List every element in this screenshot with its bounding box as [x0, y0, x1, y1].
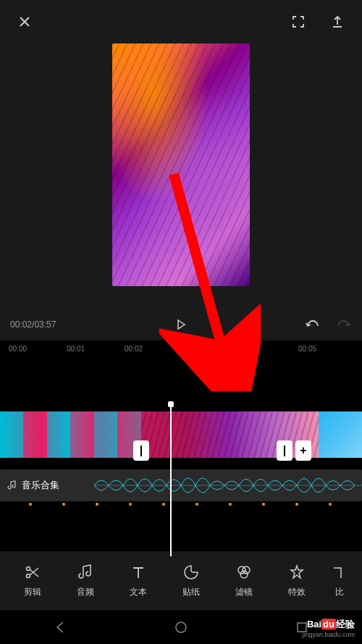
playhead[interactable] [170, 404, 172, 556]
tool-label: 文本 [130, 586, 147, 598]
tool-bar: 剪辑 音频 文本 贴纸 滤镜 特效 比 [0, 551, 362, 609]
trim-handle-right[interactable]: | [133, 440, 149, 461]
export-button[interactable] [329, 13, 346, 30]
video-clip[interactable]: | + [141, 411, 319, 458]
tool-sticker[interactable]: 贴纸 [170, 563, 212, 598]
scissors-icon [23, 563, 42, 582]
star-icon [287, 563, 306, 582]
text-icon [129, 563, 148, 582]
tool-text[interactable]: 文本 [117, 563, 159, 598]
time-display: 00:02/03:57 [10, 319, 56, 330]
ruler-tick: 00:02 [125, 345, 143, 353]
crop-icon [330, 563, 349, 582]
close-button[interactable] [16, 13, 33, 30]
ruler-tick: 00:04 [240, 345, 258, 353]
tool-label: 滤镜 [235, 586, 253, 598]
music-note-icon [76, 563, 95, 582]
svg-point-4 [243, 566, 250, 574]
audio-label: 音乐合集 [0, 479, 67, 492]
ruler-tick: 00:01 [67, 345, 85, 353]
ruler-tick: 00:00 [9, 345, 27, 353]
tool-effects[interactable]: 特效 [276, 563, 318, 598]
preview-video[interactable] [112, 43, 250, 286]
tool-label: 特效 [288, 586, 306, 598]
ruler-tick: 00:05 [298, 345, 316, 353]
playback-controls: 00:02/03:57 [0, 308, 362, 340]
svg-point-6 [176, 622, 186, 632]
tool-label: 音频 [77, 586, 94, 598]
tool-filter[interactable]: 滤镜 [223, 563, 265, 598]
video-clip[interactable]: | [0, 411, 141, 458]
tool-label: 贴纸 [182, 586, 200, 598]
trim-handle-left[interactable]: | [277, 440, 292, 461]
tool-label: 比 [335, 586, 344, 598]
undo-button[interactable] [304, 316, 321, 333]
preview-area [0, 43, 362, 308]
play-button[interactable] [172, 316, 190, 333]
add-clip-button[interactable]: + [295, 440, 311, 461]
video-track[interactable]: | | + [0, 411, 362, 458]
music-note-icon [7, 480, 17, 490]
tool-ratio[interactable]: 比 [329, 563, 350, 598]
sticker-icon [182, 563, 201, 582]
video-clip[interactable] [319, 411, 362, 458]
fullscreen-button[interactable] [290, 13, 307, 30]
redo-button[interactable] [334, 316, 352, 333]
nav-home[interactable] [171, 617, 191, 637]
svg-point-5 [240, 571, 248, 578]
ruler-tick: 00:03 [182, 345, 201, 353]
watermark: Baidu经验 jingyan.baidu.com [302, 618, 355, 638]
timeline-ruler[interactable]: 00:00 00:01 00:02 00:03 00:04 00:05 [0, 340, 362, 361]
tool-label: 剪辑 [24, 586, 41, 598]
filter-icon [235, 563, 253, 582]
tool-edit[interactable]: 剪辑 [12, 563, 54, 598]
tool-audio[interactable]: 音频 [64, 563, 106, 598]
audio-waveform [94, 469, 362, 501]
nav-back[interactable] [50, 617, 70, 637]
audio-track[interactable]: 音乐合集 [0, 469, 362, 501]
beat-markers [0, 503, 362, 507]
